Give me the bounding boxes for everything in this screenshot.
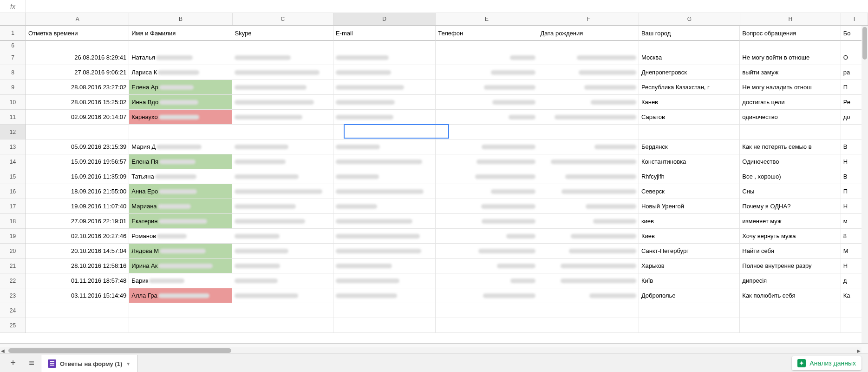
cell[interactable]: Доброполье (639, 288, 740, 303)
cell[interactable] (538, 214, 639, 229)
vertical-scrollbar[interactable] (861, 26, 868, 343)
cell[interactable] (232, 95, 333, 110)
cell[interactable]: Канев (639, 95, 740, 110)
analyze-data-button[interactable]: ✦ Анализ данных (792, 356, 861, 370)
cell[interactable]: Как не потерять семью в (740, 140, 841, 154)
cell[interactable] (129, 303, 232, 318)
cell[interactable]: Мария Д (129, 140, 232, 154)
cell[interactable]: 03.11.2016 15:14:49 (26, 288, 129, 303)
col-header-H[interactable]: H (740, 13, 841, 25)
cell[interactable] (26, 318, 129, 333)
cell[interactable]: Санкт-Петербург (639, 244, 740, 259)
row-header-25[interactable]: 25 (0, 318, 26, 333)
horizontal-scroll-thumb[interactable] (8, 348, 231, 353)
cell[interactable]: 28.10.2016 12:58:16 (26, 259, 129, 273)
cell[interactable] (232, 244, 333, 259)
cell[interactable] (232, 303, 333, 318)
chevron-down-icon[interactable]: ▼ (126, 361, 131, 366)
cell[interactable] (538, 41, 639, 50)
cell[interactable] (740, 41, 841, 50)
cell[interactable] (232, 169, 333, 184)
cell[interactable]: Константиновка (639, 154, 740, 169)
col-header-E[interactable]: E (436, 13, 538, 25)
cell[interactable]: Анна Еро (129, 184, 232, 199)
cell[interactable] (129, 318, 232, 333)
cell[interactable]: изменяет муж (740, 214, 841, 229)
cell[interactable] (333, 95, 436, 110)
cell[interactable] (232, 273, 333, 288)
cell[interactable] (333, 41, 436, 50)
cell[interactable] (232, 41, 333, 50)
cell[interactable] (436, 259, 538, 273)
sheet-tab-active[interactable]: ☰ Ответы на форму (1) ▼ (41, 355, 137, 372)
cell[interactable] (333, 110, 436, 125)
cell[interactable]: Лядова М (129, 244, 232, 259)
row-header-22[interactable]: 22 (0, 273, 26, 288)
horizontal-scrollbar[interactable]: ◀ ▶ (0, 347, 861, 354)
all-sheets-menu[interactable]: ≡ (22, 356, 41, 370)
cell[interactable]: Не могу войти в отноше (740, 50, 841, 65)
header-cell[interactable]: Имя и Фамилия (129, 26, 232, 41)
cell[interactable] (333, 214, 436, 229)
cell[interactable] (333, 244, 436, 259)
cell[interactable]: 02.09.2016 20:14:07 (26, 110, 129, 125)
row-header-9[interactable]: 9 (0, 80, 26, 95)
cell[interactable] (436, 318, 538, 333)
row-header-10[interactable]: 10 (0, 95, 26, 110)
cell[interactable] (436, 184, 538, 199)
row-header-7[interactable]: 7 (0, 50, 26, 65)
cell[interactable] (333, 288, 436, 303)
cell[interactable]: Все , хорошо) (740, 169, 841, 184)
col-header-G[interactable]: G (639, 13, 740, 25)
cell[interactable] (232, 199, 333, 214)
cell[interactable]: Хочу вернуть мужа (740, 229, 841, 244)
cell[interactable] (436, 95, 538, 110)
cell[interactable] (639, 318, 740, 333)
cell[interactable] (232, 288, 333, 303)
cell[interactable]: Найти себя (740, 244, 841, 259)
cell[interactable] (538, 184, 639, 199)
cell[interactable]: 28.08.2016 15:25:02 (26, 95, 129, 110)
cell[interactable]: 15.09.2016 19:56:57 (26, 154, 129, 169)
row-header-6[interactable]: 6 (0, 41, 26, 50)
row-header-1[interactable]: 1 (0, 26, 26, 41)
cell[interactable]: 19.09.2016 11:07:40 (26, 199, 129, 214)
cell[interactable]: Ирина Ак (129, 259, 232, 273)
cell[interactable]: 27.08.2016 9:06:21 (26, 65, 129, 80)
cell[interactable] (333, 154, 436, 169)
cell[interactable] (538, 244, 639, 259)
cell[interactable] (333, 199, 436, 214)
cell[interactable]: Мариана (129, 199, 232, 214)
cell[interactable]: 26.08.2016 8:29:41 (26, 50, 129, 65)
cell[interactable] (232, 80, 333, 95)
cell[interactable] (436, 244, 538, 259)
header-cell[interactable]: E-mail (333, 26, 436, 41)
cell[interactable]: Київ (639, 273, 740, 288)
cell[interactable] (538, 303, 639, 318)
col-header-F[interactable]: F (538, 13, 639, 25)
cell[interactable]: Романов (129, 229, 232, 244)
cell[interactable]: Алла Гра (129, 288, 232, 303)
cell[interactable] (740, 318, 841, 333)
formula-input[interactable] (26, 0, 868, 13)
row-header-13[interactable]: 13 (0, 140, 26, 154)
grid[interactable]: Отметка времениИмя и ФамилияSkypeE-mailТ… (26, 26, 868, 358)
cell[interactable] (436, 229, 538, 244)
cell[interactable]: дипресія (740, 273, 841, 288)
cell[interactable] (538, 288, 639, 303)
cell[interactable] (232, 154, 333, 169)
cell[interactable]: Елена Ар (129, 80, 232, 95)
cell[interactable] (333, 184, 436, 199)
cell[interactable] (232, 318, 333, 333)
cell[interactable] (538, 95, 639, 110)
cell[interactable] (538, 140, 639, 154)
cell[interactable]: Наталья (129, 50, 232, 65)
cell[interactable] (436, 169, 538, 184)
col-header-D[interactable]: D (333, 13, 436, 25)
cell[interactable]: выйти замуж (740, 65, 841, 80)
col-header-B[interactable]: B (129, 13, 232, 25)
cell[interactable]: Елена Пя (129, 154, 232, 169)
row-header-15[interactable]: 15 (0, 169, 26, 184)
row-header-11[interactable]: 11 (0, 110, 26, 125)
cell[interactable]: 27.09.2016 22:19:01 (26, 214, 129, 229)
